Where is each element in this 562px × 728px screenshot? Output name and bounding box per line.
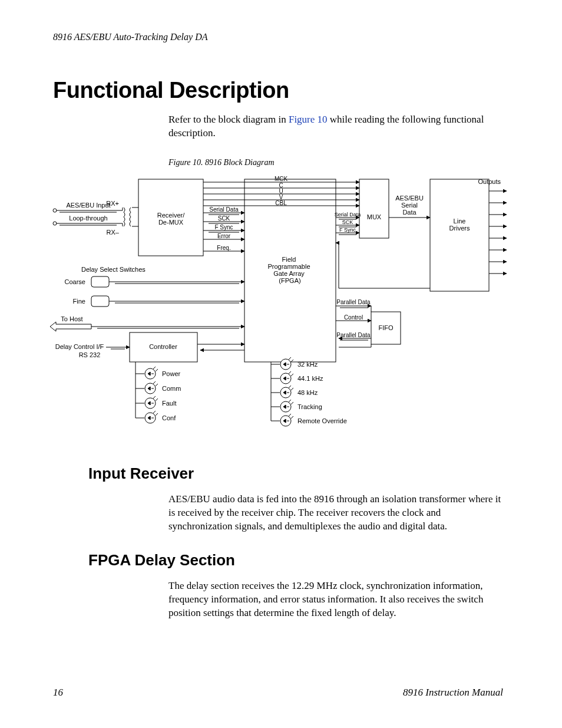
- rx-freq-label: Freq.: [217, 245, 230, 251]
- svg-rect-25: [359, 179, 389, 238]
- fifo-label: FIFO: [378, 324, 393, 331]
- led-group-right: [271, 362, 280, 421]
- page-number: 16: [53, 687, 63, 699]
- to-host-label: To Host: [61, 315, 82, 322]
- figure-caption: Figure 10. 8916 Block Diagram: [168, 158, 503, 167]
- outputs-label: Outputs: [478, 178, 501, 185]
- svg-rect-33: [430, 179, 489, 291]
- fpga-fsync-label: F Sync: [339, 227, 356, 233]
- rx-plus-label: RX+: [106, 200, 119, 207]
- svg-rect-51: [91, 296, 109, 307]
- fpga-label: Field Programmable Gate Array (FPGA): [267, 256, 312, 284]
- footer-doc-title: 8916 Instruction Manual: [403, 687, 503, 699]
- svg-marker-55: [50, 322, 91, 331]
- intro-text-pre: Refer to the block diagram in: [168, 114, 289, 125]
- figure-crossref-link[interactable]: Figure 10: [289, 114, 328, 125]
- coarse-label: Coarse: [65, 278, 85, 285]
- led-32khz-label: 32 kHz: [297, 361, 318, 368]
- isolation-transformer-icon: [124, 207, 131, 226]
- led-tracking-label: Tracking: [297, 403, 322, 410]
- led-comm-label: Comm: [162, 385, 181, 392]
- rx-sck-label: SCK: [218, 215, 230, 222]
- delay-select-switches-label: Delay Select Switches: [81, 266, 146, 273]
- rx-minus-label: RX–: [107, 229, 120, 236]
- svg-rect-48: [91, 276, 109, 287]
- input-receiver-body: AES/EBU audio data is fed into the 8916 …: [168, 493, 503, 533]
- aes-input-label: AES/EBU Input: [66, 202, 110, 209]
- led-group-left: [135, 362, 144, 418]
- input-receiver-heading: Input Receiver: [88, 465, 503, 483]
- rx-fsync-label: F Sync: [214, 224, 233, 230]
- led-48khz-label: 48 kHz: [297, 389, 318, 396]
- parallel-data-2-label: Parallel Data: [336, 332, 371, 338]
- svg-point-1: [53, 209, 57, 212]
- led-icon: [145, 367, 158, 423]
- fpga-sck-label: SCK: [342, 219, 353, 225]
- parallel-data-1-label: Parallel Data: [336, 299, 371, 305]
- rx-error-label: Error: [217, 233, 231, 239]
- led-remote-override-label: Remote Override: [297, 417, 347, 424]
- to-host-arrow-icon: [50, 322, 91, 331]
- mux-label: MUX: [367, 213, 382, 220]
- running-header: 8916 AES/EBU Auto-Tracking Delay DA: [53, 32, 503, 42]
- rx-serial-data-label: Serial Data: [209, 206, 239, 213]
- control-label: Control: [344, 314, 363, 321]
- fine-label: Fine: [73, 298, 85, 305]
- intro-paragraph: Refer to the block diagram in Figure 10 …: [168, 113, 503, 140]
- fpga-delay-body: The delay section receives the 12.29 MHz…: [168, 579, 503, 620]
- section-heading: Functional Description: [53, 78, 503, 103]
- loop-through-label: Loop-through: [69, 215, 107, 222]
- led-fault-label: Fault: [162, 400, 176, 407]
- svg-point-4: [53, 222, 57, 225]
- controller-label: Controller: [149, 343, 177, 350]
- led-power-label: Power: [162, 370, 181, 377]
- block-diagram: Receiver/De-MUX AES/EBU Input Loop-throu…: [47, 173, 503, 441]
- delay-control-if-label: Delay Control I/F: [55, 343, 104, 350]
- led-441khz-label: 44.1 kHz: [297, 375, 323, 382]
- receiver-label: Receiver/De-MUX: [157, 212, 185, 226]
- fpga-delay-heading: FPGA Delay Section: [88, 551, 503, 569]
- led-icon: [280, 357, 293, 426]
- fpga-serial-data-label: Serial Data: [335, 212, 361, 218]
- line-drivers-label: LineDrivers: [449, 218, 470, 232]
- led-conf-label: Conf: [162, 414, 176, 421]
- mck-label: MCK: [275, 176, 288, 182]
- cbl-label: CBL: [275, 200, 287, 206]
- aes-serial-data-label: AES/EBUSerialData: [395, 195, 424, 216]
- rs232-label: RS 232: [79, 351, 101, 358]
